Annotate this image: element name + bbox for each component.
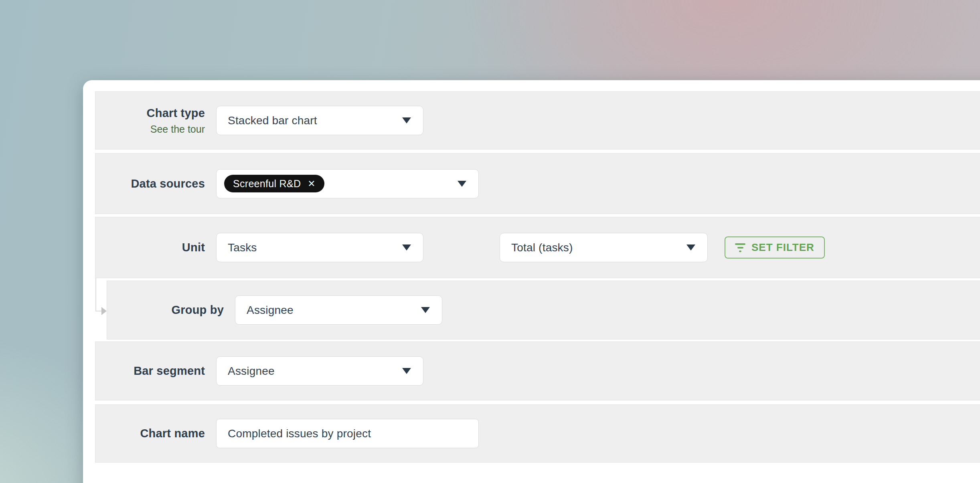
aggregation-value: Total (tasks) [511, 241, 573, 254]
chart-type-dropdown[interactable]: Stacked bar chart [216, 106, 423, 135]
unit-dropdown[interactable]: Tasks [216, 233, 423, 262]
chart-name-label: Chart name [140, 426, 205, 441]
group-by-dropdown[interactable]: Assignee [235, 295, 442, 325]
data-sources-label: Data sources [131, 176, 205, 191]
row-unit: Unit Tasks Total (tasks) SET FILTER [95, 217, 980, 278]
chart-name-input[interactable] [216, 419, 479, 448]
chart-type-value: Stacked bar chart [228, 114, 317, 127]
caret-down-icon [421, 307, 430, 313]
bar-segment-label-group: Bar segment [95, 364, 205, 378]
caret-down-icon [402, 245, 411, 251]
chart-type-label: Chart type [147, 106, 205, 120]
caret-down-icon [686, 245, 695, 251]
bar-segment-dropdown[interactable]: Assignee [216, 356, 423, 386]
caret-down-icon [458, 181, 466, 187]
row-chart-name: Chart name [95, 404, 980, 463]
data-sources-label-group: Data sources [95, 176, 205, 191]
set-filter-button[interactable]: SET FILTER [725, 236, 825, 259]
row-data-sources: Data sources Screenful R&D ✕ [95, 153, 980, 214]
bar-segment-value: Assignee [228, 365, 275, 378]
chart-type-label-group: Chart type See the tour [95, 106, 205, 135]
data-sources-dropdown[interactable]: Screenful R&D ✕ [216, 169, 479, 198]
row-chart-type: Chart type See the tour Stacked bar char… [95, 91, 980, 150]
filter-icon [735, 243, 745, 252]
bar-segment-label: Bar segment [134, 364, 205, 378]
chart-editor-card: Chart type See the tour Stacked bar char… [83, 80, 980, 483]
group-by-connector-line [95, 278, 96, 311]
see-the-tour-link[interactable]: See the tour [150, 123, 205, 135]
data-source-chip-label: Screenful R&D [233, 178, 301, 190]
caret-down-icon [402, 368, 411, 374]
arrow-right-icon [101, 307, 107, 315]
unit-label: Unit [182, 240, 205, 255]
data-source-chip: Screenful R&D ✕ [224, 175, 324, 192]
unit-value: Tasks [228, 241, 257, 254]
group-by-label-group: Group by [107, 303, 224, 317]
row-bar-segment: Bar segment Assignee [95, 342, 980, 400]
aggregation-dropdown[interactable]: Total (tasks) [500, 233, 708, 262]
caret-down-icon [402, 117, 411, 123]
group-by-label: Group by [172, 303, 224, 317]
row-group-by: Group by Assignee [107, 281, 980, 340]
chart-name-label-group: Chart name [95, 426, 205, 441]
group-by-value: Assignee [247, 304, 294, 317]
set-filter-label: SET FILTER [751, 241, 814, 254]
remove-icon[interactable]: ✕ [308, 178, 316, 189]
unit-label-group: Unit [95, 240, 205, 255]
